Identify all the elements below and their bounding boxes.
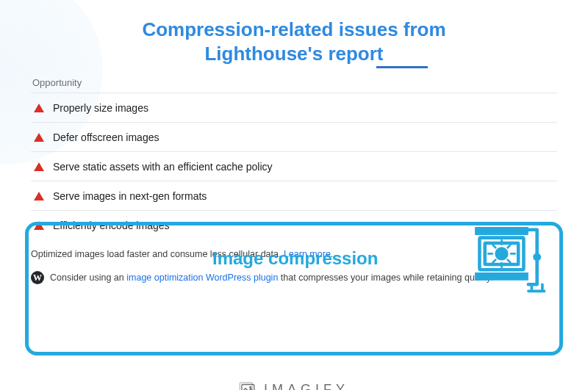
- opportunity-item[interactable]: Serve images in next-gen formats: [31, 181, 557, 211]
- svg-point-2: [495, 247, 508, 260]
- opportunity-label: Serve static assets with an efficient ca…: [53, 161, 273, 173]
- heading-underline: [376, 66, 428, 68]
- opportunity-label: Properly size images: [53, 102, 148, 114]
- opportunity-item[interactable]: Defer offscreen images: [31, 123, 557, 152]
- opportunity-list: Properly size images Defer offscreen ima…: [31, 93, 557, 240]
- svg-line-8: [508, 245, 511, 248]
- section-label-opportunity: Opportunity: [31, 73, 557, 93]
- heading-line-1: Compression-related issues from: [142, 18, 445, 40]
- svg-line-7: [493, 245, 496, 248]
- wp-plugin-link[interactable]: image optimization WordPress plugin: [126, 272, 278, 283]
- opportunity-item[interactable]: Serve static assets with an efficient ca…: [31, 152, 557, 181]
- svg-point-13: [249, 386, 251, 389]
- compress-clamp-icon: [465, 220, 545, 294]
- imagify-logo-icon: [239, 381, 258, 390]
- wp-note-suffix: that compresses your images while retain…: [278, 272, 492, 283]
- svg-line-9: [493, 260, 496, 263]
- opportunity-label: Efficiently encode images: [53, 220, 170, 231]
- warning-triangle-icon: [34, 221, 44, 230]
- opportunity-item[interactable]: Properly size images: [31, 93, 557, 123]
- footer-brand: IMAGIFY: [0, 381, 588, 390]
- warning-triangle-icon: [34, 133, 44, 142]
- opportunity-label: Defer offscreen images: [53, 131, 159, 143]
- svg-line-10: [508, 260, 511, 263]
- svg-point-11: [533, 253, 541, 261]
- wordpress-icon: W: [31, 271, 44, 284]
- wp-note-prefix: Consider using an: [50, 272, 126, 283]
- warning-triangle-icon: [34, 104, 44, 112]
- callout-image-compression: Image compression: [212, 248, 378, 269]
- warning-triangle-icon: [34, 192, 44, 201]
- page-title: Compression-related issues from Lighthou…: [0, 18, 588, 65]
- warning-triangle-icon: [34, 162, 44, 171]
- opportunity-label: Serve images in next-gen formats: [53, 190, 207, 202]
- heading-line-2: Lighthouse's report: [204, 43, 383, 65]
- brand-text: IMAGIFY: [264, 382, 349, 391]
